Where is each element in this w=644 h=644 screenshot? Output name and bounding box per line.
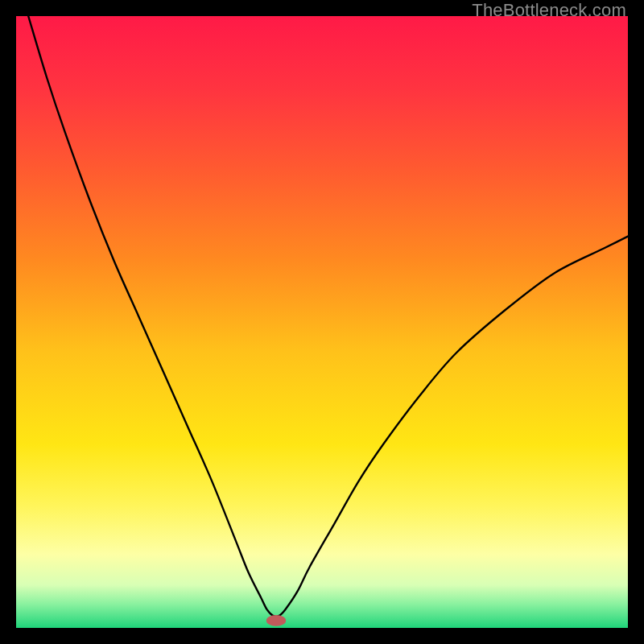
bottleneck-chart <box>16 16 628 628</box>
chart-frame <box>16 16 628 628</box>
watermark-text: TheBottleneck.com <box>472 0 626 21</box>
gradient-background <box>16 16 628 628</box>
minimum-marker <box>266 615 286 626</box>
